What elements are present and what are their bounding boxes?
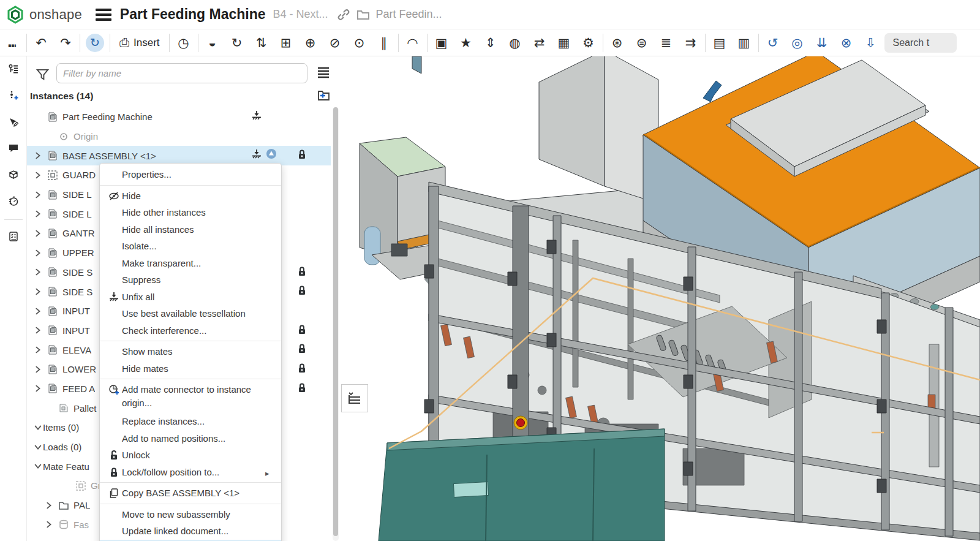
mate-connector-icon[interactable]: ◷ [172,32,196,54]
menu-item-hide-mates[interactable]: Hide mates [100,360,281,377]
chevron-right-icon[interactable] [33,345,43,355]
move-part-icon[interactable]: ⇕ [478,32,503,54]
chevron-right-icon[interactable] [33,209,43,219]
chevron-down-icon[interactable] [33,442,43,452]
redo-icon[interactable]: ↷ [53,32,78,54]
variables-add-icon[interactable] [4,86,23,105]
menu-item-add-mate-connector-to-instance-origin[interactable]: Add mate connector to instance origin... [100,381,281,413]
bom-insert-icon[interactable]: ▥ [732,32,756,54]
drag-part-icon[interactable]: ⇄ [527,32,552,54]
planar-mate-icon[interactable]: ⊞ [274,32,298,54]
cut-list-icon[interactable] [4,227,23,246]
tree-row[interactable]: Origin [27,127,331,146]
chevron-right-icon[interactable] [33,306,43,316]
main-menu-icon[interactable] [96,9,111,21]
comment-icon[interactable] [4,139,23,157]
pattern-icon[interactable]: ▦ [552,32,576,54]
linked-document-icon[interactable] [266,148,277,161]
chevron-right-icon[interactable] [33,170,43,180]
menu-item-copy-base-assembly-1[interactable]: Copy BASE ASSEMBLY <1> [100,485,281,502]
chevron-right-icon[interactable] [33,229,43,238]
animate-mate-icon[interactable]: ↺ [761,32,785,54]
chevron-right-icon[interactable] [33,384,43,393]
lock-icon[interactable] [296,363,307,376]
chevron-right-icon[interactable] [33,248,43,258]
chevron-down-icon[interactable] [33,423,43,433]
history-icon[interactable] [4,192,23,210]
named-views-flyout-button[interactable] [341,384,368,412]
menu-item-use-best-available-tessellation[interactable]: Use best available tessellation [100,305,281,322]
markup-icon[interactable] [4,113,23,131]
gear-relation-icon[interactable]: ⊛ [605,32,630,54]
pin-slot-mate-icon[interactable]: ⊘ [323,32,347,54]
fixed-icon[interactable] [251,149,262,162]
menu-item-hide[interactable]: Hide [100,187,281,205]
menu-item-hide-all-instances[interactable]: Hide all instances [100,221,281,238]
chevron-right-icon[interactable] [33,365,43,374]
chevron-down-icon[interactable] [33,461,43,471]
lock-icon[interactable] [296,343,307,356]
chevron-right-icon[interactable] [33,267,43,277]
link-icon[interactable] [337,8,350,21]
named-positions-icon[interactable]: ★ [454,32,478,54]
menu-item-lock-follow-position-to[interactable]: Lock/follow position to...▸ [100,464,281,481]
explode-icon[interactable]: ⇩ [859,32,883,54]
insert-position-icon[interactable]: ⇊ [810,32,834,54]
lock-icon[interactable] [296,382,307,395]
lock-icon[interactable] [296,324,307,337]
chevron-right-icon[interactable] [44,501,54,510]
cache-state-icon[interactable]: ⇉ [679,32,703,54]
filter-icon[interactable] [36,67,50,84]
chevron-right-icon[interactable] [44,520,54,529]
insert-button[interactable]: ⎙ Insert [112,32,167,54]
menu-item-make-transparent[interactable]: Make transparent... [100,255,281,272]
tree-row[interactable]: Part Feeding Machine [27,107,331,127]
menu-item-isolate[interactable]: Isolate... [100,238,281,255]
menu-item-hide-other-instances[interactable]: Hide other instances [100,204,281,221]
menu-item-unlock[interactable]: Unlock [100,447,281,464]
part-inspect-icon[interactable]: ? [4,165,23,184]
undo-icon[interactable]: ↶ [29,32,53,54]
version-label[interactable]: B4 - Next... [273,8,328,21]
menu-item-unfix-all[interactable]: Unfix all [100,289,281,306]
cylindrical-mate-icon[interactable]: ⊙ [347,32,372,54]
collision-check-icon[interactable]: ◍ [503,32,527,54]
assembly-structure-icon[interactable]: ⑉ [0,32,24,54]
menu-item-suppress[interactable]: Suppress [100,271,281,289]
revolve-view-icon[interactable]: ◎ [785,32,810,54]
collapse-icon[interactable]: ⊗ [834,32,859,54]
ball-mate-icon[interactable]: ⊕ [298,32,323,54]
chevron-right-icon[interactable] [33,287,43,297]
workspace-breadcrumb[interactable]: Part Feedin... [376,8,442,21]
slider-mate-icon[interactable]: ⇅ [249,32,274,54]
create-folder-icon[interactable] [316,88,331,104]
menu-item-show-mates[interactable]: Show mates [100,343,281,360]
chevron-right-icon[interactable] [33,325,43,335]
menu-item-update-linked-document[interactable]: Update linked document... [100,523,281,540]
sprocket-icon[interactable]: ⊜ [630,32,654,54]
list-view-icon[interactable] [316,65,331,82]
panel-scrollbar[interactable] [333,107,339,541]
rack-pinion-icon[interactable]: ≣ [654,32,679,54]
menu-item-move-to-new-subassembly[interactable]: Move to new subassembly [100,506,281,523]
chevron-right-icon[interactable] [33,190,43,200]
fastened-mate-icon[interactable]: ◒ [200,32,225,54]
chevron-right-icon[interactable] [33,151,43,161]
feature-list-icon[interactable] [4,60,23,78]
update-linked-documents-button[interactable]: ↻ [86,34,104,52]
filter-by-name-input[interactable] [56,63,307,83]
tangent-mate-icon[interactable]: ◠ [401,32,425,54]
parallel-mate-icon[interactable]: ∥ [372,32,396,54]
menu-item-replace-instances[interactable]: Replace instances... [100,413,281,430]
menu-item-add-to-named-positions[interactable]: Add to named positions... [100,430,281,447]
search-tools-input[interactable]: Search t [884,33,957,53]
onshape-logo[interactable]: onshape [0,6,91,24]
lock-icon[interactable] [296,149,307,162]
menu-item-properties[interactable]: Properties... [100,166,281,183]
bom-hidden-icon[interactable]: ▤ [707,32,732,54]
lock-icon[interactable] [296,266,307,279]
assembly-features-icon[interactable]: ⚙ [576,32,601,54]
revolute-mate-icon[interactable]: ↻ [225,32,249,54]
fixed-icon[interactable] [251,110,262,123]
group-parts-icon[interactable]: ▣ [429,32,454,54]
